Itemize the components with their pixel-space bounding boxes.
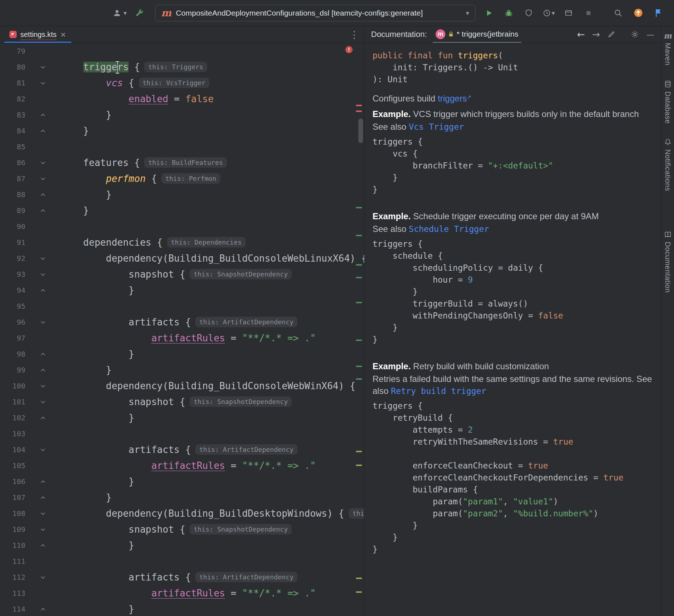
fold-icon[interactable] bbox=[25, 378, 61, 394]
profiler-button[interactable]: ▾ bbox=[542, 9, 555, 17]
tool-stripe-documentation[interactable]: Documentation bbox=[663, 230, 672, 293]
inlay-hint[interactable]: this: ArtifactDependency bbox=[195, 317, 298, 327]
stripe-mark[interactable] bbox=[356, 578, 362, 579]
doc-link[interactable]: triggers bbox=[438, 93, 467, 103]
line-number[interactable]: 79 bbox=[0, 43, 25, 59]
close-icon[interactable]: × bbox=[60, 30, 66, 39]
code-line[interactable]: 95 bbox=[0, 298, 364, 314]
code-line[interactable]: 102 } bbox=[0, 410, 364, 426]
coverage-button[interactable] bbox=[523, 7, 535, 19]
code-line[interactable]: 96 artifacts {this: ArtifactDependency bbox=[0, 314, 364, 330]
stripe-mark[interactable] bbox=[356, 366, 362, 367]
code-line[interactable]: 81 vcs {this: VcsTrigger bbox=[0, 75, 364, 91]
code-editor[interactable]: 7980 triggers {this: Triggers81 vcs {thi… bbox=[0, 43, 364, 616]
inlay-hint[interactable]: this: Dependencies bbox=[167, 237, 246, 247]
gear-icon[interactable] bbox=[631, 30, 639, 39]
code-line[interactable]: 109 snapshot {this: SnapshotDependency bbox=[0, 521, 364, 537]
line-number[interactable]: 107 bbox=[0, 490, 25, 505]
doc-link[interactable]: ↗ bbox=[467, 94, 471, 100]
code-line[interactable]: 110 } bbox=[0, 537, 364, 553]
doc-link[interactable]: Retry build trigger bbox=[391, 386, 486, 396]
stripe-mark[interactable] bbox=[356, 207, 362, 208]
line-number[interactable]: 92 bbox=[0, 250, 25, 266]
stripe-mark[interactable] bbox=[356, 111, 362, 112]
line-number[interactable]: 113 bbox=[0, 585, 25, 601]
editor-options-kebab[interactable]: ⋮ bbox=[349, 29, 359, 40]
code-line[interactable]: 92 dependency(Building_BuildConsoleWebLi… bbox=[0, 250, 364, 266]
line-number[interactable]: 80 bbox=[0, 59, 25, 75]
code-line[interactable]: 111 bbox=[0, 553, 364, 569]
code-line[interactable]: 93 snapshot {this: SnapshotDependency bbox=[0, 266, 364, 282]
code-line[interactable]: 91 dependencies {this: Dependencies bbox=[0, 234, 364, 250]
fold-icon[interactable] bbox=[25, 266, 61, 282]
code-line[interactable]: 105 artifactRules = "**/*.* => ." bbox=[0, 458, 364, 474]
line-number[interactable]: 98 bbox=[0, 346, 25, 362]
line-number[interactable]: 83 bbox=[0, 107, 25, 123]
inlay-hint[interactable]: this: SnapshotDependency bbox=[190, 396, 292, 407]
code-line[interactable]: 86 features {this: BuildFeatures bbox=[0, 155, 364, 171]
code-line[interactable]: 87 perfmon {this: Perfmon bbox=[0, 171, 364, 187]
line-number[interactable]: 111 bbox=[0, 553, 25, 569]
stripe-mark[interactable] bbox=[356, 302, 362, 303]
inlay-hint[interactable]: this: SnapshotDependency bbox=[190, 524, 292, 534]
line-number[interactable]: 90 bbox=[0, 218, 25, 234]
line-number[interactable]: 106 bbox=[0, 474, 25, 490]
code-line[interactable]: 112 artifacts {this: ArtifactDependency bbox=[0, 569, 364, 585]
fold-icon[interactable] bbox=[25, 490, 61, 505]
line-number[interactable]: 101 bbox=[0, 394, 25, 410]
update-button[interactable] bbox=[632, 7, 644, 19]
inlay-hint[interactable]: this: Dependency bbox=[349, 508, 364, 519]
line-number[interactable]: 81 bbox=[0, 75, 25, 91]
stripe-mark[interactable] bbox=[356, 277, 362, 278]
code-line[interactable]: 114 } bbox=[0, 601, 364, 616]
code-line[interactable]: 106 } bbox=[0, 474, 364, 490]
debug-button[interactable] bbox=[503, 7, 515, 19]
doc-tab[interactable]: m * triggers(jetbrains bbox=[433, 26, 521, 43]
fold-icon[interactable] bbox=[25, 59, 61, 75]
line-number[interactable]: 88 bbox=[0, 187, 25, 203]
code-line[interactable]: 100 dependency(Building_BuildConsoleWebW… bbox=[0, 378, 364, 394]
run-configuration-select[interactable]: m CompositeAndDeploymentConfigurations_d… bbox=[155, 5, 475, 21]
tool-stripe-notifications[interactable]: Notifications bbox=[663, 138, 672, 191]
fold-icon[interactable] bbox=[25, 410, 61, 426]
user-menu[interactable]: ▾ bbox=[112, 8, 127, 18]
stripe-mark[interactable] bbox=[356, 264, 362, 266]
line-number[interactable]: 110 bbox=[0, 537, 25, 553]
line-number[interactable]: 94 bbox=[0, 282, 25, 298]
line-number[interactable]: 112 bbox=[0, 569, 25, 585]
line-number[interactable]: 89 bbox=[0, 203, 25, 218]
fold-icon[interactable] bbox=[25, 282, 61, 298]
line-number[interactable]: 86 bbox=[0, 155, 25, 171]
fold-icon[interactable] bbox=[25, 123, 61, 139]
fold-icon[interactable] bbox=[25, 537, 61, 553]
stripe-mark[interactable] bbox=[356, 105, 362, 106]
stripe-mark[interactable] bbox=[356, 378, 362, 380]
code-line[interactable]: 104 artifacts {this: ArtifactDependency bbox=[0, 442, 364, 458]
stripe-mark[interactable] bbox=[356, 591, 362, 593]
code-line[interactable]: 101 snapshot {this: SnapshotDependency bbox=[0, 394, 364, 410]
editor-scrollbar[interactable] bbox=[358, 118, 363, 143]
fold-icon[interactable] bbox=[25, 75, 61, 91]
fold-icon[interactable] bbox=[25, 187, 61, 203]
code-line[interactable]: 79 bbox=[0, 43, 364, 59]
stripe-mark[interactable] bbox=[356, 451, 362, 452]
inlay-hint[interactable]: this: Triggers bbox=[144, 62, 207, 72]
code-line[interactable]: 94 } bbox=[0, 282, 364, 298]
code-line[interactable]: 108 dependency(Building_BuildDesktopWind… bbox=[0, 505, 364, 521]
inlay-hint[interactable]: this: SnapshotDependency bbox=[190, 269, 292, 279]
line-number[interactable]: 82 bbox=[0, 91, 25, 107]
tool-stripe-database[interactable]: Database bbox=[663, 80, 672, 124]
run-button[interactable] bbox=[483, 7, 495, 19]
line-number[interactable]: 97 bbox=[0, 330, 25, 346]
line-number[interactable]: 95 bbox=[0, 298, 25, 314]
minimize-icon[interactable]: — bbox=[646, 30, 654, 39]
line-number[interactable]: 91 bbox=[0, 234, 25, 250]
inlay-hint[interactable]: this: BuildFeatures bbox=[144, 157, 227, 168]
fold-icon[interactable] bbox=[25, 171, 61, 187]
line-number[interactable]: 85 bbox=[0, 139, 25, 155]
tool-stripe-maven[interactable]: m Maven bbox=[663, 32, 672, 66]
fold-icon[interactable] bbox=[25, 505, 61, 521]
fold-icon[interactable] bbox=[25, 521, 61, 537]
code-line[interactable]: 80 triggers {this: Triggers bbox=[0, 59, 364, 75]
doc-link[interactable]: Vcs Trigger bbox=[409, 122, 464, 132]
